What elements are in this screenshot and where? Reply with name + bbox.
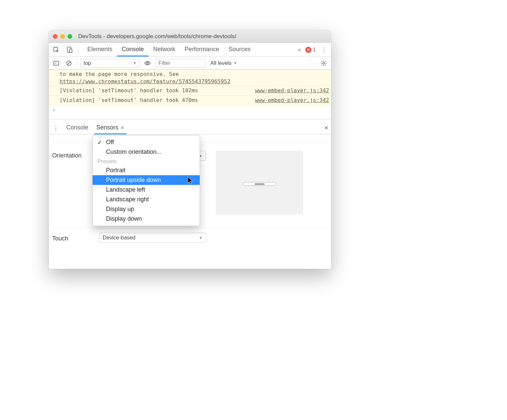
console-prompt-icon: ›	[52, 107, 56, 113]
menu-item-off[interactable]: Off	[93, 137, 200, 147]
window-maximize-button[interactable]	[68, 34, 72, 39]
chevron-down-icon: ▼	[199, 236, 202, 240]
menu-item-portrait[interactable]: Portrait	[93, 166, 200, 175]
device-top-edge	[243, 182, 276, 186]
main-tabs: Elements Console Network Performance Sou…	[83, 43, 293, 57]
chevron-down-icon: ▼	[133, 61, 136, 65]
orientation-dropdown-menu: Off Custom orientation... Presets Portra…	[92, 135, 200, 226]
menu-item-display-down[interactable]: Display down	[93, 214, 200, 224]
drawer-tab-sensors[interactable]: Sensors ✕	[94, 122, 126, 134]
errors-indicator[interactable]: ✕ 1	[305, 47, 316, 53]
traffic-lights	[53, 34, 72, 39]
window-title: DevTools - developers.google.com/web/too…	[78, 33, 236, 40]
device-speaker	[255, 183, 265, 185]
console-output: to make the page more responsive. See ht…	[49, 70, 331, 119]
drawer-menu-button[interactable]: ⋮	[52, 124, 60, 132]
separator	[78, 46, 79, 54]
tab-performance[interactable]: Performance	[180, 43, 224, 57]
device-toggle-icon[interactable]	[65, 43, 74, 57]
tab-console[interactable]: Console	[117, 43, 148, 57]
orientation-label: Orientation	[52, 151, 89, 159]
console-violation-row: [Violation] 'setTimeout' handler took 47…	[49, 96, 331, 105]
menu-item-portrait-upside-down[interactable]: Portrait upside down	[93, 175, 200, 185]
menu-item-display-up[interactable]: Display up	[93, 204, 200, 214]
live-expressions-icon[interactable]	[143, 57, 152, 69]
error-icon: ✕	[305, 47, 311, 53]
menu-item-custom[interactable]: Custom orientation...	[93, 147, 200, 157]
warning-text: to make the page more responsive. See	[60, 71, 179, 77]
filter-input[interactable]	[156, 59, 206, 68]
touch-label: Touch	[52, 234, 89, 242]
separator	[77, 59, 77, 67]
main-tabs-bar: Elements Console Network Performance Sou…	[49, 43, 331, 57]
svg-point-7	[323, 62, 325, 64]
log-levels-label: All levels	[210, 60, 231, 66]
execution-context-value: top	[84, 60, 91, 66]
drawer-close-button[interactable]: ✕	[324, 125, 328, 131]
drawer-tabs-bar: ⋮ Console Sensors ✕ ✕	[49, 122, 331, 134]
violation-source-link[interactable]: www-embed-player.js:342	[255, 87, 329, 95]
sensors-panel: Orientation ▼ Off Custom orientation... …	[49, 134, 331, 269]
touch-select[interactable]: Device-based ▼	[99, 233, 206, 243]
separator	[52, 228, 328, 228]
violation-text: [Violation] 'setTimeout' handler took 47…	[60, 96, 198, 104]
svg-point-6	[147, 62, 148, 64]
clear-console-icon[interactable]	[64, 57, 74, 69]
warning-link[interactable]: https://www.chromestatus.com/feature/574…	[60, 78, 230, 85]
touch-select-value: Device-based	[103, 235, 135, 241]
execution-context-select[interactable]: top ▼	[81, 59, 139, 68]
log-levels-select[interactable]: All levels ▼	[209, 59, 238, 68]
console-settings-icon[interactable]	[319, 57, 328, 69]
tabs-overflow-button[interactable]: »	[297, 47, 301, 53]
inspect-element-icon[interactable]	[52, 43, 61, 57]
console-sidebar-toggle-icon[interactable]	[52, 57, 61, 69]
svg-rect-2	[70, 49, 72, 52]
window-minimize-button[interactable]	[60, 34, 65, 39]
drawer-tab-label: Console	[66, 124, 88, 131]
tab-sources[interactable]: Sources	[224, 43, 255, 57]
tab-network[interactable]: Network	[148, 43, 180, 57]
menu-header-presets: Presets	[93, 157, 200, 166]
errors-count: 1	[313, 47, 316, 53]
orientation-preview[interactable]	[216, 151, 303, 214]
console-toolbar: top ▼ All levels ▼	[49, 57, 331, 70]
tab-elements[interactable]: Elements	[83, 43, 117, 57]
titlebar: DevTools - developers.google.com/web/too…	[49, 30, 331, 43]
console-violation-row: [Violation] 'setTimeout' handler took 10…	[49, 86, 331, 96]
chevron-down-icon: ▼	[233, 61, 237, 65]
menu-item-landscape-right[interactable]: Landscape right	[93, 195, 200, 204]
console-input-row[interactable]: ›	[49, 105, 331, 119]
svg-line-5	[68, 62, 70, 64]
drawer-tab-console[interactable]: Console	[64, 122, 90, 134]
drawer-resize-handle[interactable]	[49, 119, 331, 122]
close-tab-icon[interactable]: ✕	[120, 125, 124, 130]
menu-item-landscape-left[interactable]: Landscape left	[93, 185, 200, 195]
console-warning-row: to make the page more responsive. See ht…	[49, 70, 331, 86]
violation-source-link[interactable]: www-embed-player.js:342	[255, 96, 329, 104]
main-menu-button[interactable]: ⋮	[320, 46, 328, 54]
window-close-button[interactable]	[53, 34, 58, 39]
violation-text: [Violation] 'setTimeout' handler took 10…	[60, 87, 198, 95]
drawer-tab-label: Sensors	[96, 124, 118, 131]
devtools-window: DevTools - developers.google.com/web/too…	[49, 30, 331, 269]
touch-row: Touch Device-based ▼	[52, 233, 328, 243]
